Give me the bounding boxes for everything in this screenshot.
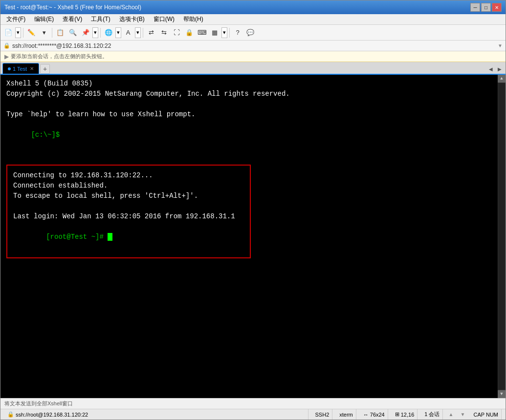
- terminal-line-2: Copyright (c) 2002-2015 NetSarang Comput…: [6, 89, 500, 99]
- info-arrow-icon: ▶: [4, 53, 9, 60]
- scroll-track[interactable]: [498, 83, 505, 390]
- conn-line-5: Last login: Wed Jan 13 06:32:05 2016 fro…: [13, 211, 244, 222]
- title-bar: Test - root@Test:~ - Xshell 5 (Free for …: [0, 0, 506, 14]
- transfer2-button[interactable]: ⇆: [158, 27, 170, 39]
- conn-line-1: Connecting to 192.168.31.120:22...: [13, 170, 244, 181]
- status-dimensions: ↔ 76x24: [360, 409, 388, 420]
- conn-line-3: To escape to local shell, press 'Ctrl+Al…: [13, 191, 244, 201]
- info-text: 要添加当前会话，点击左侧的箭头按钮。: [11, 53, 108, 60]
- title-bar-buttons: ─ □ ✕: [470, 3, 502, 12]
- menu-edit[interactable]: 编辑(E): [30, 14, 58, 24]
- status-sessions: 1 会话: [421, 409, 443, 420]
- status-address-text: ssh://root@192.168.31.120:22: [16, 412, 88, 418]
- tab-label: 1 Test: [13, 66, 27, 72]
- prompt-2-text: [root@Test ~]#: [46, 233, 108, 241]
- keyboard-button[interactable]: ⌨: [196, 27, 208, 39]
- toolbar-separator-4: [143, 28, 143, 38]
- terminal-line-3: [6, 99, 500, 109]
- tab-nav-next[interactable]: ▶: [496, 65, 504, 73]
- close-button[interactable]: ✕: [492, 3, 502, 12]
- status-xterm-label: xterm: [339, 412, 353, 418]
- session-dropdown[interactable]: ▾: [15, 27, 21, 38]
- properties-button[interactable]: ✏️: [25, 27, 37, 39]
- conn-line-2: Connection established.: [13, 181, 244, 191]
- conn-line-4: [13, 201, 244, 211]
- menu-view[interactable]: 查看(V): [59, 14, 86, 24]
- maximize-button[interactable]: □: [481, 3, 491, 12]
- connection-box: Connecting to 192.168.31.120:22... Conne…: [6, 165, 251, 258]
- status-xterm: xterm: [336, 409, 356, 420]
- status-dim-icon: ↔: [363, 412, 369, 418]
- paste-dropdown[interactable]: ▾: [92, 27, 98, 38]
- find-button[interactable]: 🔍: [67, 27, 79, 39]
- status-arrow-down[interactable]: ▼: [459, 411, 466, 419]
- properties-dropdown[interactable]: ▾: [38, 27, 50, 39]
- terminal-line-1: Xshell 5 (Build 0835): [6, 79, 500, 89]
- status-position: ⊞ 12,16: [392, 409, 418, 420]
- globe-button[interactable]: 🌐: [103, 27, 114, 39]
- tab-close-button[interactable]: ✕: [30, 66, 34, 71]
- scroll-down-button[interactable]: ▼: [498, 390, 506, 398]
- lock-button[interactable]: 🔒: [183, 27, 195, 39]
- toolbar: 📄 ▾ ✏️ ▾ 📋 🔍 📌 ▾ 🌐 ▾ A ▾ ⇄ ⇆ ⛶ 🔒 ⌨ ▦ ▾ ?…: [0, 25, 506, 41]
- menu-window[interactable]: 窗口(W): [150, 14, 178, 24]
- status-lock-icon: 🔒: [7, 411, 14, 418]
- chat-button[interactable]: 💬: [244, 27, 256, 39]
- address-bar: 🔒 ssh://root:********@192.168.31.120:22 …: [0, 41, 506, 51]
- prompt-1-text: [c:\~]$: [31, 131, 64, 139]
- address-text: ssh://root:********@192.168.31.120:22: [12, 42, 496, 49]
- toolbar-separator-1: [23, 28, 23, 38]
- menu-tabs[interactable]: 选项卡(B): [115, 14, 149, 24]
- status-address: 🔒 ssh://root@192.168.31.120:22: [4, 409, 308, 420]
- menu-help[interactable]: 帮助(H): [179, 14, 207, 24]
- address-dropdown-icon[interactable]: ▼: [498, 43, 503, 48]
- terminal-scrollbar: ▲ ▼: [498, 75, 506, 398]
- menu-bar: 文件(F) 编辑(E) 查看(V) 工具(T) 选项卡(B) 窗口(W) 帮助(…: [0, 14, 506, 25]
- main-window: Test - root@Test:~ - Xshell 5 (Free for …: [0, 0, 506, 420]
- info-bar: ▶ 要添加当前会话，点击左侧的箭头按钮。: [0, 51, 506, 62]
- status-caps-text: CAP NUM: [473, 412, 498, 418]
- toolbar-separator-2: [52, 28, 52, 38]
- status-pos-icon: ⊞: [395, 411, 399, 418]
- font-dropdown[interactable]: ▾: [135, 27, 141, 38]
- toolbar-separator-5: [229, 28, 230, 38]
- tab-dot: [8, 67, 11, 70]
- bottom-bar-text: 将文本发送到全部Xshell窗口: [4, 400, 73, 407]
- font-button[interactable]: A: [122, 27, 134, 39]
- terminal-prompt-2: [root@Test ~]#: [13, 222, 244, 252]
- paste-button[interactable]: 📌: [80, 27, 91, 39]
- terminal-line-4: Type `help' to learn how to use Xshell p…: [6, 109, 500, 120]
- tab-bar: 1 Test ✕ + ◀ ▶: [0, 62, 506, 75]
- status-ssh: SSH2: [312, 409, 333, 420]
- macro-dropdown[interactable]: ▾: [221, 27, 227, 38]
- status-arrow-up[interactable]: ▲: [447, 411, 455, 419]
- status-sessions-text: 1 会话: [424, 411, 440, 418]
- bottom-bar: 将文本发送到全部Xshell窗口: [0, 398, 506, 409]
- globe-dropdown[interactable]: ▾: [115, 27, 121, 38]
- tab-1-test[interactable]: 1 Test ✕: [2, 63, 39, 74]
- macro-button[interactable]: ▦: [209, 27, 220, 39]
- transfer-button[interactable]: ⇄: [145, 27, 157, 39]
- tab-add-button[interactable]: +: [40, 64, 50, 74]
- status-pos-text: 12,16: [401, 412, 415, 418]
- toolbar-separator-3: [100, 28, 101, 38]
- menu-file[interactable]: 文件(F): [2, 14, 29, 24]
- status-bar: 🔒 ssh://root@192.168.31.120:22 SSH2 xter…: [0, 409, 506, 420]
- terminal-cursor: [108, 233, 112, 241]
- tab-nav-prev[interactable]: ◀: [487, 65, 495, 73]
- terminal-prompt-1: [c:\~]$: [6, 120, 500, 150]
- address-lock-icon: 🔒: [3, 42, 10, 49]
- window-title: Test - root@Test:~ - Xshell 5 (Free for …: [4, 4, 141, 11]
- help-button[interactable]: ?: [232, 27, 243, 39]
- copy-button[interactable]: 📋: [54, 27, 66, 39]
- fullscreen-button[interactable]: ⛶: [171, 27, 182, 39]
- status-caps: CAP NUM: [470, 409, 502, 420]
- scroll-up-button[interactable]: ▲: [498, 75, 506, 83]
- status-ssh-label: SSH2: [315, 412, 330, 418]
- menu-tools[interactable]: 工具(T): [87, 14, 114, 24]
- terminal-area[interactable]: Xshell 5 (Build 0835) Copyright (c) 2002…: [0, 75, 506, 398]
- tab-nav: ◀ ▶: [487, 65, 504, 74]
- new-session-button[interactable]: 📄: [2, 27, 14, 39]
- terminal-line-5: [6, 150, 500, 161]
- minimize-button[interactable]: ─: [470, 3, 480, 12]
